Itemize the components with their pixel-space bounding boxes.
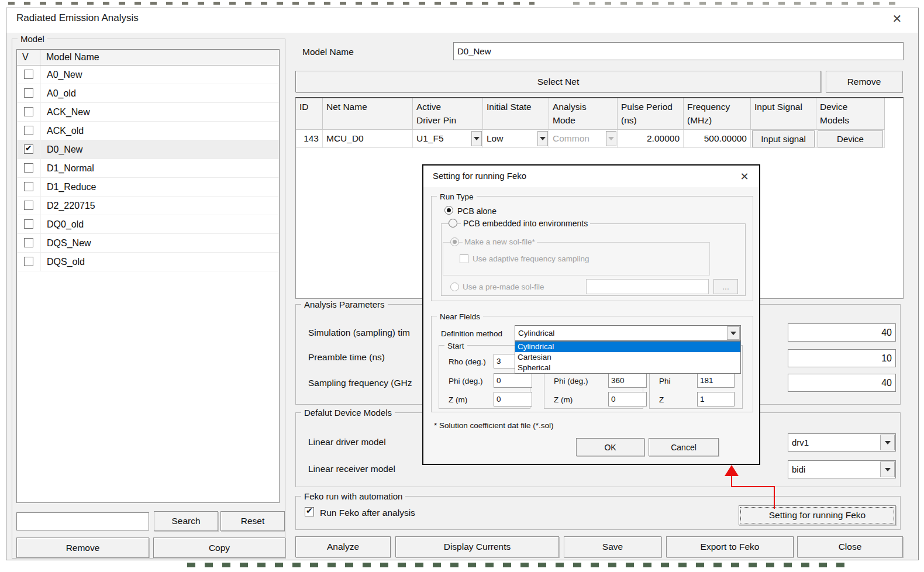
export-to-feko-button[interactable]: Export to Feko [666, 536, 794, 557]
make-new-sol-label: Make a new sol-file* [463, 237, 537, 246]
cell-frequency[interactable]: 500.00000 [684, 130, 751, 148]
z-end-input[interactable] [608, 392, 647, 406]
model-rows: A0_New A0_old ACK_New ACK_old [17, 66, 279, 271]
phi-start-input[interactable] [494, 373, 532, 388]
model-name-label: DQS_old [41, 257, 85, 267]
model-search-input[interactable] [16, 512, 149, 530]
model-checkbox[interactable] [24, 88, 33, 98]
adaptive-sampling-checkbox [460, 254, 468, 263]
reset-button-label: Reset [241, 516, 265, 526]
model-copy-button-label: Copy [209, 543, 230, 553]
linear-receiver-model-combo[interactable]: bidi [788, 460, 896, 478]
phi-end-input[interactable] [608, 373, 647, 388]
close-button[interactable]: Close [797, 536, 903, 557]
phi-start-label: Phi (deg.) [449, 377, 483, 385]
net-table-column-header: Pulse Period (ns) [618, 98, 684, 130]
reset-button[interactable]: Reset [220, 511, 285, 531]
make-new-sol-radio [450, 237, 459, 246]
model-list-item[interactable]: D2_220715 [17, 197, 279, 215]
dropdown-option[interactable]: Spherical [515, 363, 740, 373]
cancel-button[interactable]: Cancel [649, 438, 719, 456]
model-list-item[interactable]: D1_Reduce [17, 178, 279, 197]
display-currents-button[interactable]: Display Currents [395, 536, 559, 557]
model-name-label: DQ0_old [41, 219, 84, 230]
model-list-item[interactable]: D1_Normal [17, 159, 279, 178]
model-checkbox[interactable] [24, 201, 33, 210]
chevron-down-icon[interactable] [537, 131, 548, 146]
model-checkbox[interactable] [24, 182, 33, 191]
model-list-item[interactable]: DQS_old [17, 253, 279, 271]
setting-for-running-feko-button[interactable]: Setting for running Feko [739, 505, 896, 525]
chevron-down-icon[interactable] [880, 461, 895, 477]
model-checkbox[interactable] [24, 238, 33, 247]
rho-label: Rho (deg.) [449, 357, 486, 366]
pcb-embedded-radio[interactable] [449, 219, 457, 228]
model-list-item[interactable]: D0_New [17, 140, 279, 159]
net-table-column-header: Input Signal [751, 98, 816, 130]
select-net-button[interactable]: Select Net [295, 71, 821, 92]
z-start-input[interactable] [494, 392, 532, 406]
cell-active-driver-pin-combo[interactable]: U1_F5 [413, 130, 483, 148]
model-list-item[interactable]: A0_New [17, 66, 279, 84]
phi-points-input[interactable] [697, 373, 735, 388]
search-button[interactable]: Search [154, 511, 218, 531]
pcb-alone-label: PCB alone [457, 206, 497, 216]
chevron-down-icon[interactable] [880, 435, 895, 450]
input-signal-button[interactable]: Input signal [752, 130, 815, 147]
model-list-item[interactable]: DQS_New [17, 234, 279, 253]
z-points-label: Z [659, 395, 664, 404]
simulation-time-input[interactable] [788, 323, 896, 342]
dropdown-option[interactable]: Cartesian [515, 352, 740, 363]
definition-method-combo[interactable]: Cylindrical [515, 325, 741, 341]
net-table-column-header: Analysis Mode [549, 98, 618, 130]
model-checkbox[interactable] [24, 70, 33, 79]
chevron-down-icon[interactable] [471, 131, 482, 146]
model-list-item[interactable]: A0_old [17, 84, 279, 103]
start-group-label: Start [444, 340, 467, 352]
premade-sol-label: Use a pre-made sol-file [463, 282, 544, 291]
save-button[interactable]: Save [564, 536, 661, 557]
cell-pulse-period[interactable]: 2.00000 [618, 130, 684, 148]
z-points-input[interactable] [697, 392, 735, 406]
run-feko-checkbox[interactable] [305, 507, 314, 516]
model-copy-button[interactable]: Copy [153, 537, 285, 558]
chevron-down-icon[interactable] [727, 326, 740, 340]
sampling-frequency-input[interactable] [788, 374, 896, 392]
net-table-column-header: Device Models [816, 98, 885, 130]
model-checkbox[interactable] [24, 257, 33, 266]
cell-initial-state-combo[interactable]: Low [483, 130, 549, 148]
model-checkbox[interactable] [24, 219, 33, 229]
model-checkbox[interactable] [24, 107, 33, 116]
feko-dialog-close-icon[interactable]: ✕ [737, 169, 752, 184]
model-check-cell [17, 215, 41, 233]
window-close-icon[interactable]: ✕ [889, 11, 905, 26]
definition-method-label: Definition method [441, 329, 502, 338]
preamble-time-label: Preamble time (ns) [308, 352, 385, 363]
model-checkbox[interactable] [24, 144, 33, 154]
setting-for-running-feko-dialog: Setting for running Feko ✕ Run Type PCB … [422, 164, 760, 465]
model-checkbox[interactable] [24, 163, 33, 173]
dropdown-option[interactable]: Cylindrical [515, 342, 740, 352]
model-name-input[interactable] [453, 42, 904, 60]
model-remove-button[interactable]: Remove [16, 537, 149, 558]
near-fields-group-label: Near Fields [437, 311, 483, 322]
model-list-item[interactable]: DQ0_old [17, 215, 279, 234]
model-list-item[interactable]: ACK_New [17, 103, 279, 122]
cell-id: 143 [296, 130, 323, 148]
preamble-time-input[interactable] [788, 349, 896, 367]
device-models-button[interactable]: Device [818, 130, 883, 147]
linear-driver-model-combo[interactable]: drv1 [788, 433, 896, 452]
ok-button[interactable]: OK [576, 438, 644, 456]
pcb-alone-radio[interactable] [444, 206, 453, 215]
model-group-label: Model [18, 33, 47, 44]
model-list-name-column-header: Model Name [40, 50, 279, 65]
net-remove-button[interactable]: Remove [826, 71, 902, 92]
phi-end-label: Phi (deg.) [554, 377, 588, 385]
model-name-label: D0_New [41, 144, 82, 155]
model-check-cell [17, 84, 41, 102]
model-checkbox[interactable] [24, 126, 33, 135]
model-list-item[interactable]: ACK_old [17, 122, 279, 140]
analyze-button[interactable]: Analyze [295, 536, 391, 557]
model-name-label: D2_220715 [41, 201, 95, 211]
ok-button-label: OK [604, 443, 616, 452]
